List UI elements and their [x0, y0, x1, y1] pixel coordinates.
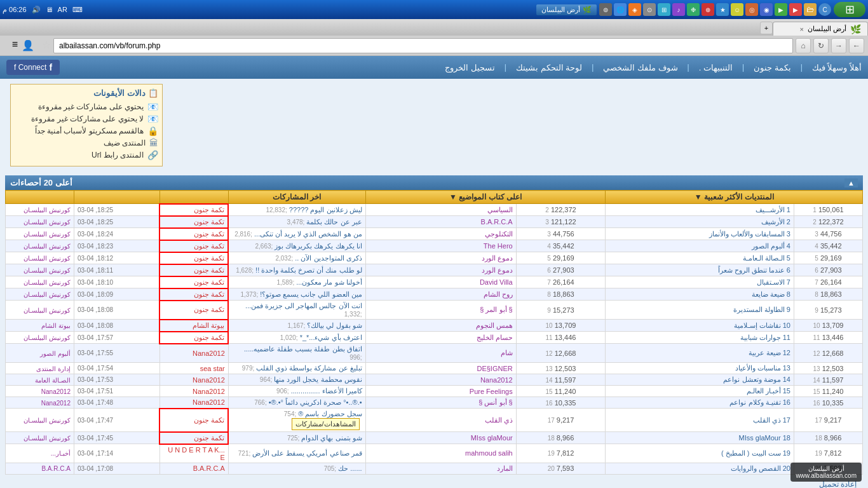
user-cell[interactable]: كورنيش البيلسـان [6, 252, 74, 264]
section-toggle-icon[interactable]: ▲ [844, 179, 858, 187]
popular-name[interactable]: 3 المسابقات والألعاب والأنماز [606, 228, 794, 240]
latest-user[interactable]: همس النجوم [365, 320, 516, 332]
subforum-cell[interactable]: تكمة جنون [159, 276, 228, 288]
popular-name[interactable]: 4 ألبوم الصور [606, 240, 794, 252]
last-title[interactable]: اتفاق بطن طفلة بسبب طفلة عاضميه..... ;99… [228, 344, 365, 363]
latest-user[interactable]: § أبو المر § [365, 301, 516, 320]
user-cell[interactable]: بيوتة الشام [6, 320, 74, 332]
popular-name[interactable]: 10 نقاشات إسـلامية [606, 320, 794, 332]
latest-user[interactable]: DE§IGNER [365, 363, 516, 374]
taskbar-icon-teal[interactable]: ⊞ [658, 3, 670, 16]
taskbar-icon-green[interactable]: ▶ [775, 3, 787, 16]
bookmark-star[interactable]: ☆ [37, 39, 51, 53]
menu-icon[interactable]: ≡ [4, 39, 18, 53]
refresh-button[interactable]: ↻ [813, 38, 829, 53]
last-title[interactable]: عبر عن حالك بكلمة ;3,478 [228, 216, 365, 228]
last-title[interactable]: لو طلب منك أن تصرخ بكلمة واحدة !! ;1,628 [228, 264, 365, 276]
last-title[interactable]: أخولنا شو مار معكون... ;1,589 [228, 276, 365, 288]
last-title[interactable]: قمر صناعي أمريكي يسقط على الأرض ;721 [228, 444, 365, 463]
latest-user[interactable]: § أبو أنس § [365, 397, 516, 409]
address-bar[interactable] [53, 38, 793, 53]
latest-user[interactable]: The Hero [365, 240, 516, 252]
last-title[interactable]: انت الآن جالس المهاجر الى جزيرة فمن... ;… [228, 301, 365, 320]
taskbar-icon-green2[interactable]: ❉ [687, 3, 700, 16]
subforum-cell[interactable]: Nana2012 [159, 397, 228, 409]
latest-user[interactable]: David Villa [365, 276, 516, 288]
popular-name[interactable]: 2 الأرشيف [606, 216, 794, 228]
subforum-cell[interactable]: B.A.R.C.A [159, 463, 228, 474]
nav-link-welcome[interactable]: أهلاً وسهلاً فيك [812, 63, 862, 72]
last-title[interactable]: من هو الشخص الذي لا يريد أن تنكى... ;2,8… [228, 228, 365, 240]
user-cell[interactable]: كورنيش البيلسـان [6, 276, 74, 288]
popular-name[interactable]: 14 موضة وتعشل نواعم [606, 374, 794, 386]
popular-name[interactable]: 11 جوارات شبابية [606, 332, 794, 344]
user-cell[interactable]: كورنيش البيلسـان [6, 216, 74, 228]
last-title[interactable]: مين العضو اللي جانب يسمع صوتو؟! ;1,373 [228, 288, 365, 301]
user-cell[interactable]: B.A.R.C.A [6, 463, 74, 474]
latest-user[interactable]: MIss glaMour [365, 432, 516, 444]
nav-link-profile[interactable]: شوف ملفك الشخصي [603, 63, 677, 72]
popular-name[interactable]: 18 MIss glaMour [606, 432, 794, 444]
start-button[interactable]: ⊞ [834, 2, 865, 17]
latest-user[interactable]: المارد [365, 463, 516, 474]
subforum-cell[interactable]: Nana2012 [159, 374, 228, 386]
taskbar-icon-blue2[interactable]: ◉ [760, 3, 773, 16]
last-title[interactable]: تبليغ عن مشاركة بواسطة ذوي القلب ;979 [228, 363, 365, 374]
user-cell[interactable]: كورنيش البيلسـان [6, 228, 74, 240]
user-cell[interactable]: كورنيش البيلسـان [6, 301, 74, 320]
user-cell[interactable]: ألبوم الصور [6, 344, 74, 363]
subforum-cell[interactable]: تكمة جنون [159, 409, 228, 432]
last-title[interactable]: شو بقول لي بيالك؟ ;1,167 [228, 320, 365, 332]
subforum-cell[interactable]: تكمة جنون [159, 252, 228, 264]
user-cell[interactable]: كورنيش البيلسـان [6, 264, 74, 276]
user-cell[interactable]: كورنيش البيلسـان [6, 204, 74, 216]
user-cell[interactable]: كورنيش البيلسـان [6, 432, 74, 444]
popular-name[interactable]: 15 أخبـار العالـم [606, 386, 794, 397]
home-button[interactable]: ⌂ [796, 38, 811, 53]
popular-name[interactable]: 16 تقنيـة وكلام نواعم [606, 397, 794, 409]
subforum-cell[interactable]: sea star [159, 363, 228, 374]
subforum-cell[interactable]: تكمة جنون [159, 432, 228, 444]
last-title[interactable]: نقوس محطمة يخجل الورد منها ;964 [228, 374, 365, 386]
taskbar-icon-chrome[interactable]: C [818, 3, 831, 16]
popular-name[interactable]: 5 الـصالة الـعامـة [606, 252, 794, 264]
user-cell[interactable]: الصـالة العامة [6, 374, 74, 386]
user-cell[interactable]: كورنيش البيلسـان [6, 288, 74, 301]
taskbar-icon-media[interactable]: ▶ [789, 3, 802, 16]
latest-user[interactable]: دموع الورد [365, 252, 516, 264]
subforum-cell[interactable]: تكمة جنون [159, 216, 228, 228]
last-title[interactable]: ...... حك ;705 [228, 463, 365, 474]
nav-link-jnoon[interactable]: بكمة جنون [754, 63, 791, 72]
taskbar-icon-globe[interactable]: 🌐 [614, 3, 627, 16]
taskbar-icon-gray[interactable]: ⊙ [643, 3, 656, 16]
latest-user[interactable]: السياسي [365, 204, 516, 216]
popular-name[interactable]: 17 ذي القلب [606, 409, 794, 432]
last-title[interactable]: شو بتمنى بهاي الدوام ;725 [228, 432, 365, 444]
popular-name[interactable]: 1 الأرشـــيف [606, 204, 794, 216]
taskbar-icon-circle2[interactable]: ⊚ [599, 3, 612, 16]
latest-user[interactable]: Pure Feelings [365, 386, 516, 397]
popular-name[interactable]: 6 عندما تنطق الروح شعراً [606, 264, 794, 276]
popular-name[interactable]: 19 ست البيت ( المطبخ ) [606, 444, 794, 463]
user-cell[interactable]: أخبـار... [6, 444, 74, 463]
subforum-cell[interactable]: تكمة جنون [159, 204, 228, 216]
latest-user[interactable]: mahmoud salih [365, 444, 516, 463]
browser-tab-active[interactable]: 🌿 أرض البيلسان × [773, 22, 868, 36]
last-title[interactable]: •.®..•° صحرة ادكريني دائماً °•.®• ;766 [228, 397, 365, 409]
latest-user[interactable]: B.A.R.C.A [365, 216, 516, 228]
taskbar-icon-circle[interactable]: ◎ [745, 3, 758, 16]
subforum-cell[interactable]: تكمة جنون [159, 288, 228, 301]
latest-user[interactable]: حسام الخليج [365, 332, 516, 344]
latest-user[interactable]: شام [365, 344, 516, 363]
subforum-cell[interactable]: تكمة جنون [159, 264, 228, 276]
subforum-cell[interactable]: Nana2012 [159, 386, 228, 397]
last-title[interactable]: اعترف بأي شيء...*_* ;1,020 [228, 332, 365, 344]
rebuild-link[interactable]: إعادة تحميل [9, 477, 859, 489]
popular-name[interactable]: 7 الاسـتقبال [606, 276, 794, 288]
latest-user[interactable]: التكنلوجي [365, 228, 516, 240]
taskbar-icon-purple[interactable]: ♪ [672, 3, 685, 16]
subforum-cell[interactable]: تكمة جنون [159, 332, 228, 344]
popular-name[interactable]: 13 مناسبات والأعياد [606, 363, 794, 374]
latest-user[interactable]: Nana2012 [365, 374, 516, 386]
user-cell[interactable]: كورنيش البيلسـان [6, 409, 74, 432]
